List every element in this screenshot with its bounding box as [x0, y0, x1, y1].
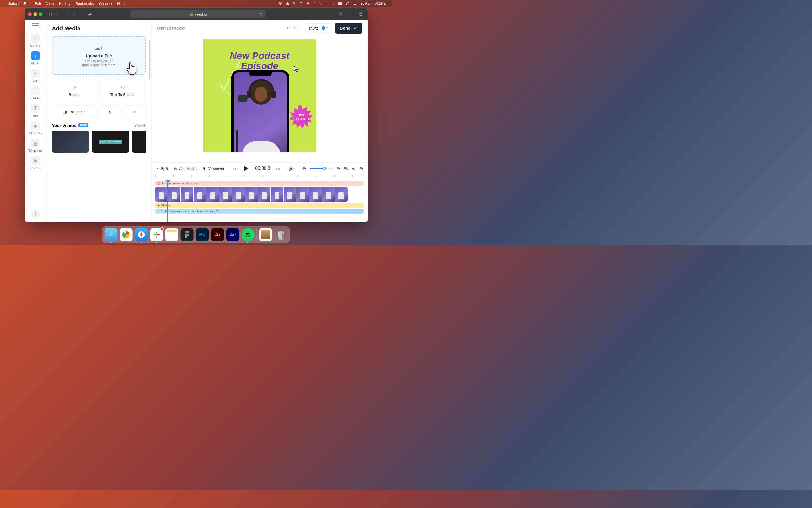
add-media-button[interactable]: ⊕Add Media [174, 166, 196, 171]
skip-back-button[interactable]: ⏮ [232, 166, 236, 171]
browse-link[interactable]: browse [97, 59, 108, 63]
menu-bookmarks[interactable]: Bookmarks [76, 1, 94, 6]
playhead[interactable] [167, 180, 168, 222]
menu-view[interactable]: View [46, 1, 54, 6]
dock-figma[interactable] [181, 228, 194, 241]
rail-item-audio[interactable]: ♪ Audio [31, 69, 40, 82]
dock-photoshop[interactable]: Ps [196, 228, 209, 241]
video-thumbnail[interactable] [132, 131, 146, 153]
svg-rect-3 [156, 231, 157, 235]
tray-icon[interactable]: V [293, 1, 295, 6]
timeline-tracks[interactable]: 🖼 Image phone-mockup.png ◆ Shape ♪ Audio… [152, 180, 368, 222]
close-window-button[interactable] [28, 12, 32, 16]
dock-finder[interactable]: ☺ [105, 228, 117, 241]
track-image[interactable]: 🖼 Image phone-mockup.png [155, 181, 364, 186]
done-button[interactable]: Done ✓ [335, 23, 363, 34]
menu-edit[interactable]: Edit [35, 1, 41, 6]
rail-item-media[interactable]: ＋ Media [31, 51, 40, 65]
share-icon[interactable]: ⇪ [338, 11, 344, 17]
project-title[interactable]: Untitled Project [157, 26, 185, 31]
menu-history[interactable]: History [59, 1, 70, 6]
speaker-icon[interactable]: 🔊 [288, 166, 294, 171]
video-thumbnail[interactable] [52, 131, 89, 153]
zoom-slider[interactable] [310, 168, 332, 169]
split-button[interactable]: ✂Split [156, 166, 168, 171]
dock-aftereffects[interactable]: Ae [226, 228, 239, 241]
back-button[interactable]: 〈 [64, 11, 70, 17]
new-tab-icon[interactable]: ＋ [348, 11, 354, 17]
minimize-window-button[interactable] [34, 12, 37, 16]
forward-button[interactable]: 〉 [73, 11, 79, 17]
menubar-time[interactable]: 10:29 am [374, 1, 388, 5]
dock-safari[interactable] [135, 228, 148, 241]
fullscreen-window-button[interactable] [39, 12, 42, 16]
waveform-icon[interactable]: ∿ [352, 166, 355, 171]
brandkit-button[interactable]: ◨ Brand Kit [52, 105, 96, 118]
record-card[interactable]: ⎚ Record [52, 79, 98, 102]
rail-item-text[interactable]: T Text [31, 104, 40, 117]
headphones-icon[interactable]: ⌂ [332, 1, 334, 5]
tabs-overview-icon[interactable]: ⧉ [358, 11, 364, 17]
shield-icon[interactable]: ◈ [87, 11, 93, 17]
collapse-icon[interactable]: ⊝ [360, 166, 363, 171]
dropbox-button[interactable]: ⬘ [99, 105, 121, 118]
timeline-ruler[interactable]: 0 1 2 3 4 5 6 7 8 9 10 11 12 13 14 15 16 [152, 174, 368, 180]
tray-icon[interactable]: ◑ [286, 1, 289, 5]
track-audio[interactable]: ♪ Audio Smokey's Lounge - TrackTribe.mp3 [155, 209, 364, 214]
invite-button[interactable]: Invite 👤⁺ [305, 24, 332, 33]
canvas-stage[interactable]: New PodcastEpisode Listen & Stream Now O… [152, 36, 368, 163]
rail-item-record[interactable]: ▣ Record [31, 156, 40, 170]
skip-forward-button[interactable]: ⏭ [276, 166, 280, 171]
tray-icon[interactable]: ◫ [299, 1, 302, 5]
menu-help[interactable]: Help [117, 1, 125, 6]
dock-illustrator[interactable]: Ai [211, 228, 224, 241]
menu-file[interactable]: File [24, 1, 30, 6]
dock-spotify[interactable] [242, 228, 254, 241]
menu-window[interactable]: Window [99, 1, 112, 6]
refresh-icon[interactable]: ⟳ [260, 12, 263, 16]
rail-item-settings[interactable]: ⬡ Settings [30, 34, 41, 47]
rail-item-templates[interactable]: ▦ Templates [28, 139, 42, 152]
see-all-link[interactable]: See All [135, 123, 146, 127]
dock-slack[interactable] [150, 228, 163, 241]
zoom-out-button[interactable]: ⊖ [302, 166, 306, 171]
voiceover-button[interactable]: 🎙Voiceover [203, 166, 224, 171]
undo-button[interactable]: ↶ [287, 26, 290, 31]
svg-point-8 [187, 231, 189, 233]
hamburger-icon[interactable] [32, 23, 39, 28]
display-icon[interactable]: ▭ [325, 1, 328, 5]
address-bar[interactable]: 🔒 veed.io ⟳ [131, 10, 266, 18]
scrollbar[interactable] [148, 40, 150, 80]
tray-icon[interactable]: ❖ [306, 1, 309, 5]
bluetooth-icon[interactable]: ⌵ [319, 1, 321, 5]
menubar-date[interactable]: 25 Apr [361, 1, 370, 5]
dock-notes[interactable] [165, 228, 178, 241]
app-name[interactable]: Safari [8, 1, 18, 6]
artboard[interactable]: New PodcastEpisode Listen & Stream Now O… [203, 40, 316, 152]
rail-item-elements[interactable]: ◆ Elements [29, 121, 42, 135]
dock-preview-thumb[interactable] [259, 228, 272, 241]
dock-trash[interactable] [275, 228, 287, 241]
track-shape[interactable]: ◆ Shape [155, 203, 364, 208]
rail-item-subtitles[interactable]: ▭ Subtitles [29, 86, 41, 100]
play-button[interactable] [242, 165, 249, 172]
video-thumbnail[interactable]: B-roll Made Simple [92, 131, 129, 153]
tab-dropdown-icon[interactable]: ⌄ [55, 11, 61, 17]
link-button[interactable]: ⚯ [123, 105, 146, 118]
fit-button[interactable]: Fit [344, 166, 348, 171]
tts-card[interactable]: ☺ Text To Speech [100, 79, 146, 102]
zoom-in-button[interactable]: ⊕ [336, 166, 340, 171]
media-panel: Add Media ☁︎↑ Upload a File Click to bro… [46, 20, 152, 222]
upload-dropzone[interactable]: ☁︎↑ Upload a File Click to browse, or dr… [52, 36, 146, 75]
video-thumbnails: B-roll Made Simple [52, 131, 146, 153]
control-center-icon[interactable]: ☶ [353, 1, 356, 5]
track-video[interactable] [155, 187, 347, 202]
dock-chrome[interactable] [120, 228, 133, 241]
rail-item-help[interactable]: ? [31, 210, 40, 219]
tray-icon[interactable]: ⦿ [279, 1, 282, 5]
wifi-icon[interactable]: ⨀ [346, 1, 349, 5]
sidebar-toggle-icon[interactable]: ▥ [47, 11, 54, 17]
battery-icon[interactable]: ▮▮ [338, 1, 342, 5]
tray-icon[interactable]: ▯ [314, 1, 316, 5]
redo-button[interactable]: ↷ [294, 26, 298, 31]
